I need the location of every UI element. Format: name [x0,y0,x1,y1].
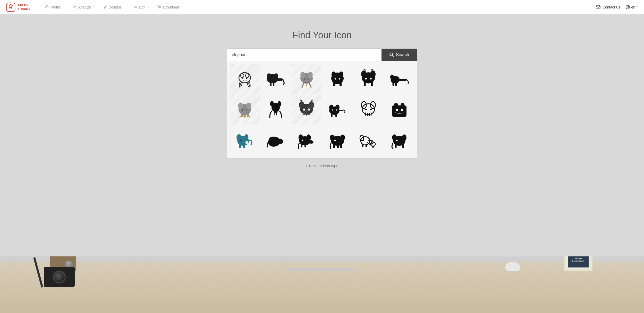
svg-point-32 [335,78,336,79]
designs-chevron: › [124,5,125,9]
back-to-icon-type-link[interactable]: ‹ Back to icon type [306,164,338,168]
svg-point-37 [361,70,367,78]
svg-point-20 [274,73,278,79]
list-item[interactable] [261,126,291,155]
page-title: Find Your Icon [292,30,352,41]
svg-point-92 [306,135,311,141]
svg-rect-45 [399,79,406,81]
list-item[interactable] [261,95,291,124]
tailor-brands-logo-icon [6,3,15,12]
language-selector[interactable]: en ▾ [625,5,638,10]
svg-point-105 [362,140,364,141]
svg-point-15 [245,74,249,78]
search-icon [389,52,394,57]
svg-rect-111 [373,146,374,148]
list-item[interactable] [230,126,260,155]
svg-point-56 [270,101,274,106]
list-item[interactable] [261,64,291,94]
svg-point-63 [309,101,314,109]
nav-edit[interactable]: Edit › [129,5,153,10]
svg-point-51 [242,109,243,111]
svg-rect-22 [270,82,272,86]
svg-rect-78 [392,105,406,117]
frame-border: Work Hard, Design Harder. [564,256,592,271]
list-item[interactable] [230,95,260,124]
svg-point-44 [390,75,394,79]
svg-point-57 [277,101,281,106]
lang-chevron-icon: ▾ [636,5,638,9]
svg-point-93 [302,140,303,141]
svg-point-115 [396,140,397,141]
nav-designs[interactable]: Designs › [99,5,130,10]
svg-rect-41 [364,82,366,86]
svg-point-64 [303,109,305,111]
chevron-left-icon: ‹ [306,164,307,168]
list-item[interactable] [230,64,260,94]
search-button[interactable]: Search [382,49,417,61]
list-item[interactable] [323,126,352,155]
svg-point-50 [246,103,251,109]
list-item[interactable] [292,95,321,124]
svg-rect-59 [274,113,275,115]
list-item[interactable] [384,95,414,124]
logo[interactable]: TAILOR BRANDS [6,3,30,12]
designs-icon [103,5,107,10]
list-item[interactable] [323,64,352,94]
laptop-prop [289,268,355,271]
list-item[interactable] [353,64,383,94]
svg-point-114 [402,135,406,141]
app-header: TAILOR BRANDS Profile › Analyze › Design… [0,0,644,14]
svg-point-3 [75,6,76,7]
icon-grid [230,64,414,155]
svg-point-98 [341,135,345,140]
svg-point-73 [362,104,375,115]
camera-lens [53,271,66,283]
svg-rect-95 [304,144,306,147]
svg-point-81 [396,109,398,111]
svg-point-40 [370,78,371,79]
svg-point-16 [242,78,243,79]
svg-rect-116 [395,144,396,148]
frame-inner: Work Hard, Design Harder. [568,256,589,267]
svg-rect-101 [337,144,339,148]
svg-rect-46 [393,82,394,86]
list-item[interactable] [353,126,383,155]
svg-point-38 [370,70,376,78]
svg-rect-94 [301,144,302,147]
list-item[interactable] [353,95,383,124]
search-input[interactable] [227,49,382,61]
list-item[interactable] [384,126,414,155]
svg-rect-88 [243,144,245,148]
svg-rect-117 [402,144,404,148]
list-item[interactable] [323,95,352,124]
camera-body [44,267,75,287]
list-item[interactable] [292,64,321,94]
list-item[interactable] [292,126,321,155]
svg-point-99 [334,140,336,141]
svg-point-52 [246,109,248,111]
nav-profile[interactable]: Profile › [41,5,69,10]
icon-grid-container [227,61,417,158]
svg-rect-23 [273,82,274,86]
nav-analyze[interactable]: Analyze › [69,5,99,10]
svg-rect-21 [277,78,283,81]
profile-chevron: › [63,5,64,9]
svg-point-33 [339,78,340,79]
svg-point-2 [73,7,74,8]
analyze-chevron: › [94,5,95,9]
globe-icon [625,5,630,10]
header-actions: Contact Us en ▾ [596,5,638,10]
svg-rect-60 [276,113,277,115]
svg-point-25 [300,72,305,78]
svg-point-30 [332,71,336,78]
main-content: Find Your Icon Search [0,14,644,313]
list-item[interactable] [384,64,414,94]
profile-icon [45,5,49,10]
contact-us-button[interactable]: Contact Us [596,5,620,9]
mouse-prop [505,262,520,271]
nav-download[interactable]: Download [153,5,183,10]
svg-point-97 [330,135,334,140]
svg-rect-80 [401,103,404,108]
logo-text: TAILOR BRANDS [18,4,30,10]
desk-scene: Work Hard, Design Harder. [0,256,644,313]
